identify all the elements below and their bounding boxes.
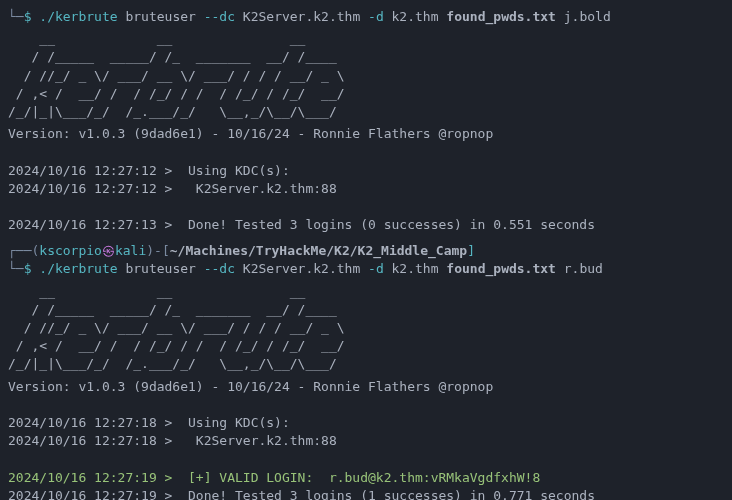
flag-d: -d: [368, 9, 384, 24]
kdc-header-1: 2024/10/16 12:27:12 > Using KDC(s):: [8, 162, 724, 180]
ascii-banner-2: __ __ __ / /_____ _____/ /_ _______ __/ …: [8, 283, 724, 374]
flag-d-2: -d: [368, 261, 384, 276]
flag-dc-2: --dc: [204, 261, 235, 276]
prompt-line-1[interactable]: └─$ ./kerbrute bruteuser --dc K2Server.k…: [8, 8, 724, 26]
prompt-user: kscorpio: [39, 243, 102, 258]
prompt-bot-prefix: └─: [8, 261, 24, 276]
prompt-host: kali: [115, 243, 146, 258]
pwd-file-2: found_pwds.txt: [446, 261, 556, 276]
dc-value: K2Server.k2.thm: [235, 9, 368, 24]
kdc-header-2: 2024/10/16 12:27:18 > Using KDC(s):: [8, 414, 724, 432]
cmd-subcommand: bruteuser: [118, 9, 204, 24]
d-value: k2.thm: [384, 9, 447, 24]
done-line-2: 2024/10/16 12:27:19 > Done! Tested 3 log…: [8, 487, 724, 500]
kdc-line-2: 2024/10/16 12:27:18 > K2Server.k2.thm:88: [8, 432, 724, 450]
d-value-2: k2.thm: [384, 261, 447, 276]
prompt-close: ]: [467, 243, 475, 258]
target-user-2: r.bud: [556, 261, 603, 276]
prompt-line-2[interactable]: └─$ ./kerbrute bruteuser --dc K2Server.k…: [8, 260, 724, 278]
done-line-1: 2024/10/16 12:27:13 > Done! Tested 3 log…: [8, 216, 724, 234]
version-line-1: Version: v1.0.3 (9dad6e1) - 10/16/24 - R…: [8, 125, 724, 143]
cmd-kerbrute-2: ./kerbrute: [39, 261, 117, 276]
kdc-line-1: 2024/10/16 12:27:12 > K2Server.k2.thm:88: [8, 180, 724, 198]
cmd-subcommand-2: bruteuser: [118, 261, 204, 276]
prompt-top-prefix: ┌──(: [8, 243, 39, 258]
prompt-mid: )-[: [146, 243, 169, 258]
pwd-file: found_pwds.txt: [446, 9, 556, 24]
flag-dc: --dc: [204, 9, 235, 24]
prompt-separator-icon: ㉿: [102, 243, 115, 258]
cmd-kerbrute: ./kerbrute: [39, 9, 117, 24]
prompt-prefix: └─: [8, 9, 24, 24]
version-line-2: Version: v1.0.3 (9dad6e1) - 10/16/24 - R…: [8, 378, 724, 396]
dc-value-2: K2Server.k2.thm: [235, 261, 368, 276]
prompt-header-2: ┌──(kscorpio㉿kali)-[~/Machines/TryHackMe…: [8, 242, 724, 260]
ascii-banner-1: __ __ __ / /_____ _____/ /_ _______ __/ …: [8, 30, 724, 121]
target-user: j.bold: [556, 9, 611, 24]
valid-login-line: 2024/10/16 12:27:19 > [+] VALID LOGIN: r…: [8, 469, 724, 487]
prompt-path: ~/Machines/TryHackMe/K2/K2_Middle_Camp: [170, 243, 467, 258]
